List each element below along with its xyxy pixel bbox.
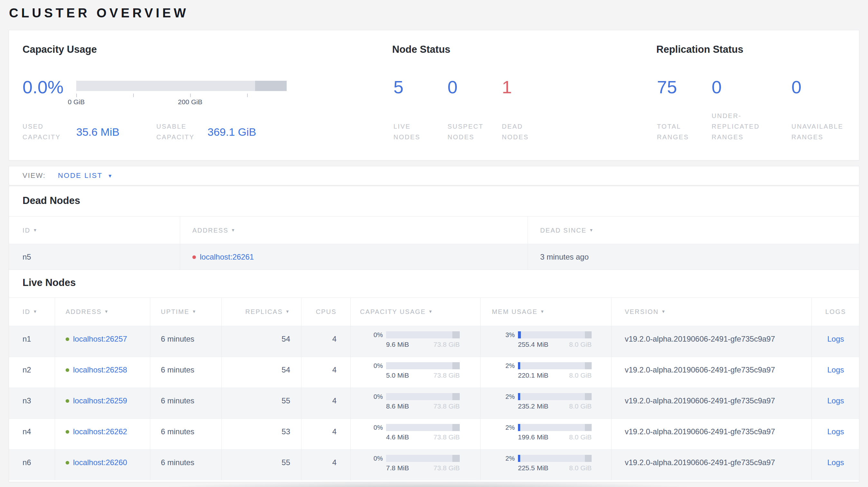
cell-uptime: 6 minutes [150,388,222,419]
live-header-cpus: CPUS [302,298,351,326]
cell-node-id: n1 [9,326,55,357]
cell-dead-since: 3 minutes ago [528,244,860,269]
sort-desc-icon: ▼ [192,309,197,314]
cell-version: v19.2.0-alpha.20190606-2491-gfe735c9a97 [612,388,812,419]
live-nodes-header-row: ID ▼ ADDRESS ▼ UPTIME ▼ REPLICAS ▼ CPUS … [9,297,859,326]
cell-logs: Logs [812,388,860,419]
live-node-row: n3 localhost:26259 6 minutes 55 4 0% 8.6… [9,388,859,419]
live-header-uptime[interactable]: UPTIME ▼ [150,298,222,326]
live-header-logs: LOGS [812,298,860,326]
node-address-link[interactable]: localhost:26258 [73,365,127,374]
dead-header-id[interactable]: ID ▼ [9,217,180,244]
capacity-minibar [386,331,460,338]
cell-replicas: 55 [222,450,302,480]
view-label: VIEW: [23,171,46,180]
logs-link[interactable]: Logs [827,334,844,343]
cell-node-address: localhost:26261 [180,244,528,269]
sort-desc-icon: ▼ [540,309,545,314]
node-address-link[interactable]: localhost:26261 [200,253,254,261]
cell-node-address: localhost:26260 [55,450,150,480]
dead-node-row: n5 localhost:26261 3 minutes ago [9,244,859,270]
live-header-capacity-usage[interactable]: CAPACITY USAGE ▼ [351,298,480,326]
replication-status-heading: Replication Status [656,44,743,54]
cell-capacity-usage: 0% 4.6 MiB73.8 GiB [351,419,480,449]
cell-logs: Logs [812,357,860,388]
unavailable-ranges-count: 0 [792,77,801,97]
dead-nodes-label: DEAD NODES [502,121,542,142]
cell-version: v19.2.0-alpha.20190606-2491-gfe735c9a97 [612,450,812,480]
capacity-percent: 0.0% [23,77,64,97]
mem-minibar [518,362,592,369]
cell-uptime: 6 minutes [150,357,222,388]
cell-replicas: 55 [222,388,302,419]
live-header-address[interactable]: ADDRESS ▼ [55,298,150,326]
view-dropdown[interactable]: NODE LIST ▼ [58,171,113,180]
capacity-minibar [386,424,460,431]
live-status-dot-icon [66,368,69,372]
sort-desc-icon: ▼ [429,309,433,314]
sort-desc-icon: ▼ [33,228,38,233]
logs-link[interactable]: Logs [827,396,844,405]
view-dropdown-value[interactable]: NODE LIST [58,171,103,180]
sort-desc-icon: ▼ [104,309,109,314]
logs-link[interactable]: Logs [827,427,844,436]
cell-cpus: 4 [302,450,351,480]
live-node-row: n1 localhost:26257 6 minutes 54 4 0% 9.6… [9,326,859,357]
dead-status-dot-icon [192,255,196,259]
logs-link[interactable]: Logs [827,365,844,374]
sort-desc-icon: ▼ [231,228,236,233]
dead-header-dead-since[interactable]: DEAD SINCE ▼ [528,217,860,244]
mem-minibar [518,393,592,400]
live-header-replicas[interactable]: REPLICAS ▼ [222,298,302,326]
dead-nodes-heading: Dead Nodes [9,186,859,216]
cell-replicas: 54 [222,357,302,388]
live-header-version[interactable]: VERSION ▼ [612,298,812,326]
cell-version: v19.2.0-alpha.20190606-2491-gfe735c9a97 [612,326,812,357]
cell-node-address: localhost:26257 [55,326,150,357]
cell-mem-usage: 2% 225.5 MiB8.0 GiB [480,450,612,480]
cell-mem-usage: 2% 199.6 MiB8.0 GiB [480,419,612,449]
cell-capacity-usage: 0% 8.6 MiB73.8 GiB [351,388,480,419]
sort-desc-icon: ▼ [285,309,290,314]
axis-tick-label: 0 GiB [63,98,89,106]
dead-nodes-count: 1 [502,77,512,97]
dead-header-address[interactable]: ADDRESS ▼ [180,217,528,244]
node-address-link[interactable]: localhost:26262 [73,427,127,436]
capacity-bar-reserved-segment [255,81,287,91]
suspect-nodes-label: SUSPECT NODES [447,121,491,142]
page-title: CLUSTER OVERVIEW [9,6,189,20]
capacity-minibar [386,455,460,462]
node-address-link[interactable]: localhost:26260 [73,458,127,467]
suspect-nodes-count: 0 [447,77,458,97]
cell-cpus: 4 [302,357,351,388]
unavailable-ranges-label: UNAVAILABLE RANGES [792,121,857,142]
axis-tick [247,94,248,97]
live-node-row: n2 localhost:26258 6 minutes 54 4 0% 5.0… [9,357,859,388]
cell-version: v19.2.0-alpha.20190606-2491-gfe735c9a97 [612,357,812,388]
live-header-mem-usage[interactable]: MEM USAGE ▼ [480,298,612,326]
axis-tick-label: 200 GiB [173,98,208,106]
cell-node-address: localhost:26258 [55,357,150,388]
logs-link[interactable]: Logs [827,458,844,467]
live-nodes-count: 5 [394,77,403,97]
cell-capacity-usage: 0% 9.6 MiB73.8 GiB [351,326,480,357]
capacity-minibar [386,393,460,400]
cell-uptime: 6 minutes [150,450,222,480]
cell-cpus: 4 [302,388,351,419]
cell-mem-usage: 3% 255.4 MiB8.0 GiB [480,326,612,357]
live-header-id[interactable]: ID ▼ [9,298,55,326]
cell-node-id: n6 [9,450,55,480]
node-address-link[interactable]: localhost:26259 [73,396,127,405]
cell-replicas: 54 [222,326,302,357]
cluster-overview-page: CLUSTER OVERVIEW Capacity Usage 0.0% 0 G… [0,0,868,487]
node-address-link[interactable]: localhost:26257 [73,334,127,343]
cell-node-id: n3 [9,388,55,419]
cell-node-address: localhost:26259 [55,388,150,419]
live-nodes-heading: Live Nodes [9,270,859,297]
node-status-heading: Node Status [392,44,451,54]
capacity-minibar [386,362,460,369]
cell-version: v19.2.0-alpha.20190606-2491-gfe735c9a97 [612,419,812,449]
sort-desc-icon: ▼ [33,309,38,314]
sort-desc-icon: ▼ [661,309,666,314]
mem-minibar [518,455,592,462]
